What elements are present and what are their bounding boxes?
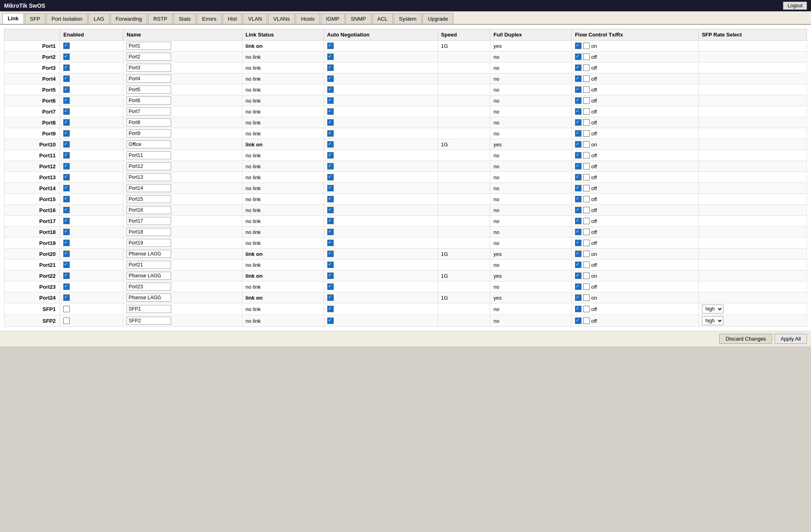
auto-neg-checkbox[interactable] — [327, 119, 334, 126]
flow-tx-checkbox[interactable] — [575, 262, 581, 268]
flow-rx-checkbox[interactable] — [583, 306, 590, 312]
flow-rx-checkbox[interactable] — [583, 283, 590, 290]
flow-tx-checkbox[interactable] — [575, 43, 581, 49]
flow-rx-checkbox[interactable] — [583, 43, 590, 49]
flow-rx-checkbox[interactable] — [583, 294, 590, 301]
flow-rx-checkbox[interactable] — [583, 108, 590, 115]
enabled-checkbox[interactable] — [63, 185, 70, 191]
tab-forwarding[interactable]: Forwarding — [110, 13, 147, 24]
name-input[interactable] — [127, 294, 171, 302]
name-input[interactable] — [127, 184, 171, 192]
enabled-checkbox[interactable] — [63, 163, 70, 169]
flow-rx-checkbox[interactable] — [583, 229, 590, 235]
enabled-checkbox[interactable] — [63, 207, 70, 213]
enabled-checkbox[interactable] — [63, 196, 70, 202]
flow-rx-checkbox[interactable] — [583, 152, 590, 159]
flow-rx-checkbox[interactable] — [583, 141, 590, 148]
enabled-checkbox[interactable] — [63, 97, 70, 104]
flow-rx-checkbox[interactable] — [583, 218, 590, 224]
flow-tx-checkbox[interactable] — [575, 240, 581, 246]
name-input[interactable] — [127, 129, 171, 137]
auto-neg-checkbox[interactable] — [327, 174, 334, 180]
auto-neg-checkbox[interactable] — [327, 240, 334, 246]
auto-neg-checkbox[interactable] — [327, 64, 334, 71]
tab-vlans[interactable]: VLANs — [268, 13, 295, 24]
auto-neg-checkbox[interactable] — [327, 141, 334, 148]
name-input[interactable] — [127, 64, 171, 72]
enabled-checkbox[interactable] — [63, 54, 70, 60]
flow-tx-checkbox[interactable] — [575, 294, 581, 301]
sfp-rate-select[interactable]: highlow — [702, 305, 723, 313]
flow-tx-checkbox[interactable] — [575, 130, 581, 137]
enabled-checkbox[interactable] — [63, 119, 70, 126]
flow-tx-checkbox[interactable] — [575, 185, 581, 191]
flow-tx-checkbox[interactable] — [575, 229, 581, 235]
auto-neg-checkbox[interactable] — [327, 251, 334, 257]
enabled-checkbox[interactable] — [63, 294, 70, 301]
auto-neg-checkbox[interactable] — [327, 218, 334, 224]
enabled-checkbox[interactable] — [63, 251, 70, 257]
enabled-checkbox[interactable] — [63, 229, 70, 235]
sfp-rate-select[interactable]: highlow — [702, 316, 723, 325]
flow-rx-checkbox[interactable] — [583, 75, 590, 82]
auto-neg-checkbox[interactable] — [327, 283, 334, 290]
flow-tx-checkbox[interactable] — [575, 108, 581, 115]
flow-tx-checkbox[interactable] — [575, 152, 581, 159]
name-input[interactable] — [127, 118, 171, 127]
name-input[interactable] — [127, 151, 171, 159]
flow-rx-checkbox[interactable] — [583, 251, 590, 257]
auto-neg-checkbox[interactable] — [327, 75, 334, 82]
flow-rx-checkbox[interactable] — [583, 54, 590, 60]
name-input[interactable] — [127, 283, 171, 291]
flow-tx-checkbox[interactable] — [575, 54, 581, 60]
auto-neg-checkbox[interactable] — [327, 272, 334, 279]
name-input[interactable] — [127, 272, 171, 280]
name-input[interactable] — [127, 239, 171, 247]
flow-rx-checkbox[interactable] — [583, 119, 590, 126]
auto-neg-checkbox[interactable] — [327, 163, 334, 169]
tab-vlan[interactable]: VLAN — [243, 13, 267, 24]
flow-rx-checkbox[interactable] — [583, 272, 590, 279]
flow-tx-checkbox[interactable] — [575, 97, 581, 104]
enabled-checkbox[interactable] — [63, 64, 70, 71]
flow-tx-checkbox[interactable] — [575, 283, 581, 290]
flow-tx-checkbox[interactable] — [575, 86, 581, 93]
tab-errors[interactable]: Errors — [197, 13, 221, 24]
tab-link[interactable]: Link — [2, 13, 24, 24]
auto-neg-checkbox[interactable] — [327, 317, 334, 324]
flow-tx-checkbox[interactable] — [575, 272, 581, 279]
name-input[interactable] — [127, 228, 171, 236]
tab-port-isolation[interactable]: Port Isolation — [46, 13, 88, 24]
auto-neg-checkbox[interactable] — [327, 306, 334, 312]
flow-rx-checkbox[interactable] — [583, 130, 590, 137]
flow-rx-checkbox[interactable] — [583, 86, 590, 93]
auto-neg-checkbox[interactable] — [327, 185, 334, 191]
logout-button[interactable]: Logout — [783, 2, 807, 10]
tab-system[interactable]: System — [394, 13, 422, 24]
flow-rx-checkbox[interactable] — [583, 262, 590, 268]
enabled-checkbox[interactable] — [63, 130, 70, 137]
auto-neg-checkbox[interactable] — [327, 108, 334, 115]
enabled-checkbox[interactable] — [63, 75, 70, 82]
name-input[interactable] — [127, 86, 171, 94]
enabled-checkbox[interactable] — [63, 283, 70, 290]
apply-all-button[interactable]: Apply All — [775, 334, 807, 344]
flow-rx-checkbox[interactable] — [583, 317, 590, 324]
enabled-checkbox[interactable] — [63, 262, 70, 268]
flow-rx-checkbox[interactable] — [583, 64, 590, 71]
enabled-checkbox[interactable] — [63, 218, 70, 224]
flow-tx-checkbox[interactable] — [575, 163, 581, 169]
auto-neg-checkbox[interactable] — [327, 229, 334, 235]
flow-rx-checkbox[interactable] — [583, 174, 590, 180]
flow-tx-checkbox[interactable] — [575, 196, 581, 202]
tab-upgrade[interactable]: Upgrade — [423, 13, 453, 24]
enabled-checkbox[interactable] — [63, 141, 70, 148]
flow-rx-checkbox[interactable] — [583, 163, 590, 169]
name-input[interactable] — [127, 261, 171, 269]
enabled-checkbox[interactable] — [63, 306, 70, 312]
enabled-checkbox[interactable] — [63, 43, 70, 49]
enabled-checkbox[interactable] — [63, 240, 70, 246]
name-input[interactable] — [127, 53, 171, 61]
flow-tx-checkbox[interactable] — [575, 75, 581, 82]
name-input[interactable] — [127, 97, 171, 105]
